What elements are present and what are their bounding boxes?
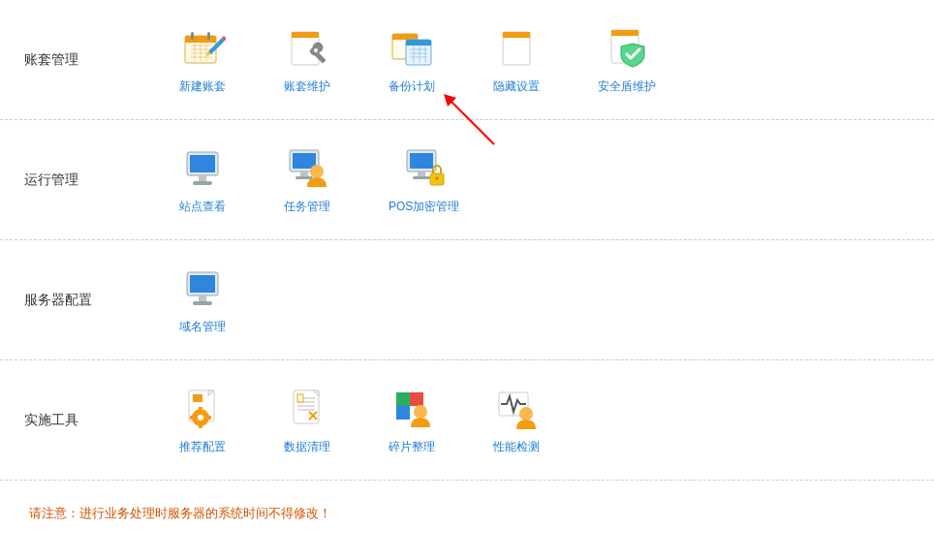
items-row: 站点查看 任务管理 xyxy=(165,144,459,215)
svg-rect-42 xyxy=(418,171,425,176)
svg-rect-37 xyxy=(300,171,308,176)
items-row: 推荐配置 数据清理 xyxy=(165,385,540,455)
monitor-lock-icon xyxy=(401,144,448,191)
item-performance-test[interactable]: 性能检测 xyxy=(493,385,540,455)
svg-rect-59 xyxy=(297,394,303,402)
svg-rect-60 xyxy=(396,392,410,406)
svg-point-65 xyxy=(519,407,533,420)
page-orange-icon xyxy=(493,24,540,71)
item-label: 隐藏设置 xyxy=(493,78,540,95)
svg-rect-47 xyxy=(190,275,215,293)
svg-rect-51 xyxy=(193,394,202,402)
svg-rect-32 xyxy=(190,155,215,172)
item-label: 碎片整理 xyxy=(389,439,435,455)
item-fragment-sort[interactable]: 碎片整理 xyxy=(389,385,435,455)
svg-rect-49 xyxy=(193,301,212,305)
items-row: 域名管理 xyxy=(165,264,226,335)
puzzle-user-icon xyxy=(389,385,435,431)
item-label: 推荐配置 xyxy=(179,439,226,455)
svg-point-16 xyxy=(314,48,318,52)
item-backup-plan[interactable]: 备份计划 xyxy=(389,24,435,95)
section-tools: 实施工具 推荐配置 xyxy=(0,359,934,481)
item-label: 站点查看 xyxy=(179,199,226,215)
svg-rect-15 xyxy=(292,32,319,38)
svg-rect-62 xyxy=(396,406,410,420)
item-label: 账套维护 xyxy=(284,78,330,95)
svg-rect-30 xyxy=(611,30,638,36)
item-pos-encrypt[interactable]: POS加密管理 xyxy=(389,144,459,215)
item-recommend-config[interactable]: 推荐配置 xyxy=(179,385,226,455)
item-label: 数据清理 xyxy=(284,439,330,455)
admin-panel: 账套管理 xyxy=(0,0,934,546)
svg-rect-38 xyxy=(296,176,313,179)
item-security-shield[interactable]: 安全盾维护 xyxy=(598,24,656,95)
item-label: 新建账套 xyxy=(179,78,226,95)
item-label: 性能检测 xyxy=(493,439,540,455)
svg-rect-36 xyxy=(293,153,316,169)
item-new-account[interactable]: 新建账套 xyxy=(179,24,226,95)
page-lines-icon xyxy=(284,385,330,431)
monitor-blue-icon xyxy=(179,264,226,311)
section-label: 实施工具 xyxy=(0,385,165,455)
svg-point-39 xyxy=(310,165,324,178)
svg-rect-34 xyxy=(193,181,212,185)
page-gear-icon xyxy=(179,385,226,431)
svg-rect-20 xyxy=(406,40,431,46)
item-account-maintain[interactable]: 账套维护 xyxy=(284,24,330,95)
section-label: 运行管理 xyxy=(0,144,165,215)
svg-rect-43 xyxy=(413,176,430,179)
svg-rect-1 xyxy=(185,36,216,43)
item-domain-manage[interactable]: 域名管理 xyxy=(179,264,226,335)
calendar-pencil-icon xyxy=(179,24,226,71)
svg-rect-41 xyxy=(410,153,433,169)
monitor-user-icon xyxy=(284,144,330,191)
item-label: 域名管理 xyxy=(179,319,226,335)
item-label: 任务管理 xyxy=(284,199,330,215)
svg-point-63 xyxy=(414,405,427,419)
calendars-icon xyxy=(389,24,435,71)
item-site-view[interactable]: 站点查看 xyxy=(179,144,226,215)
section-account: 账套管理 xyxy=(0,0,934,120)
item-label: 安全盾维护 xyxy=(598,78,656,95)
pulse-user-icon xyxy=(493,385,540,431)
item-data-clean[interactable]: 数据清理 xyxy=(284,385,330,455)
item-label: POS加密管理 xyxy=(389,199,459,215)
notice-text: 请注意：进行业务处理时服务器的系统时间不得修改！ xyxy=(0,481,934,546)
section-server: 服务器配置 域名管理 xyxy=(0,239,934,360)
section-runtime: 运行管理 站点查看 xyxy=(0,119,934,240)
svg-rect-10 xyxy=(207,32,210,40)
items-row: 新建账套 账套维护 xyxy=(165,24,656,95)
page-wrench-icon xyxy=(284,24,330,71)
svg-rect-9 xyxy=(191,32,194,40)
item-label: 备份计划 xyxy=(389,78,435,95)
shield-check-icon xyxy=(604,24,650,71)
svg-point-45 xyxy=(435,177,438,180)
monitor-blue-icon xyxy=(179,144,226,191)
section-label: 账套管理 xyxy=(0,24,165,95)
svg-rect-28 xyxy=(503,32,530,38)
svg-rect-33 xyxy=(199,175,206,181)
svg-rect-18 xyxy=(392,34,418,40)
item-hidden-settings[interactable]: 隐藏设置 xyxy=(493,24,540,95)
item-task-manage[interactable]: 任务管理 xyxy=(284,144,330,215)
section-label: 服务器配置 xyxy=(0,264,165,335)
svg-point-53 xyxy=(198,415,203,420)
svg-rect-48 xyxy=(199,296,206,301)
svg-rect-61 xyxy=(410,392,423,406)
